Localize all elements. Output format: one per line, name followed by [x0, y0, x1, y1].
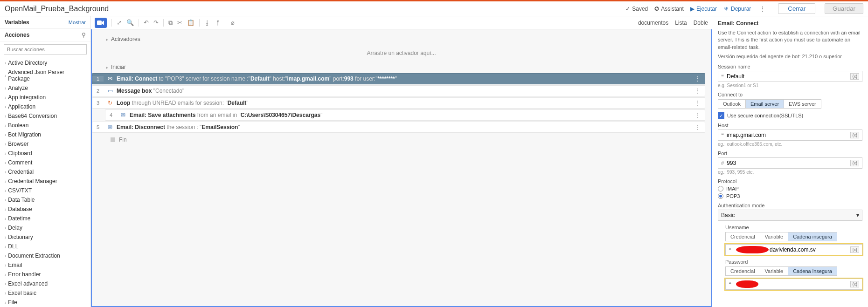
flow-step-row[interactable]: 4✉Email: Save attachments from an email …: [105, 109, 705, 121]
variable-picker-icon[interactable]: {x}: [850, 281, 859, 287]
host-input[interactable]: [727, 132, 850, 138]
action-category-item[interactable]: ›Clipboard: [3, 149, 88, 158]
bug-icon: ⛯: [723, 6, 729, 12]
step-text: Message box "Conectado": [117, 86, 691, 96]
debug-button[interactable]: ⛯ Depurar: [723, 6, 751, 12]
variable-picker-icon[interactable]: {x}: [850, 160, 859, 166]
assistant-button[interactable]: ✪ Assistant: [654, 6, 684, 12]
action-category-item[interactable]: ›Dictionary: [3, 232, 88, 242]
action-category-item[interactable]: ›Advanced Json Parser Package: [3, 68, 88, 83]
action-category-item[interactable]: ›Delay: [3, 223, 88, 232]
flow-step-row[interactable]: 1✉Email: Connect to "POP3" server for se…: [92, 73, 705, 84]
flow-step-row[interactable]: 5✉Email: Disconnect the session : "Email…: [92, 122, 705, 133]
action-category-item[interactable]: ›Analyze: [3, 83, 88, 93]
variable-picker-icon[interactable]: {x}: [850, 246, 859, 253]
chevron-right-icon: ▸: [106, 65, 108, 70]
number-icon: #: [721, 160, 724, 166]
chevron-right-icon: ›: [5, 170, 6, 175]
action-category-item[interactable]: ›File: [3, 298, 88, 307]
tab-option[interactable]: Credencial: [726, 267, 760, 275]
action-category-item[interactable]: ›Data Table: [3, 195, 88, 205]
tab-option[interactable]: Cadena insegura: [788, 232, 837, 241]
paste-icon[interactable]: 📋: [187, 19, 194, 26]
session-name-input[interactable]: [727, 73, 850, 80]
action-category-item[interactable]: ›Database: [3, 205, 88, 214]
search-icon[interactable]: 🔍: [126, 19, 134, 26]
center-panel: ⤢ 🔍 ↶ ↷ ⧉ ✂ 📋 ⭳ ⭱ ⌀ documentos Lista Dob…: [91, 16, 712, 307]
action-category-item[interactable]: ›DLL: [3, 242, 88, 251]
action-category-item[interactable]: ›Datetime: [3, 214, 88, 223]
tab-option[interactable]: Variable: [760, 267, 789, 275]
checkbox-checked-icon[interactable]: ✓: [718, 112, 724, 119]
ssl-checkbox-row[interactable]: ✓ Use secure connection(SSL/TLS): [718, 112, 862, 119]
action-category-item[interactable]: ›Credential Manager: [3, 177, 88, 186]
action-category-item[interactable]: ›Application: [3, 102, 88, 111]
radio-icon: [718, 186, 723, 191]
step-menu-icon[interactable]: ⋮: [691, 111, 705, 119]
action-category-item[interactable]: ›Excel basic: [3, 288, 88, 298]
action-category-item[interactable]: ›Active Directory: [3, 58, 88, 68]
save-button[interactable]: Guardar: [825, 3, 863, 14]
password-field[interactable]: ❝ {x}: [725, 279, 862, 290]
action-category-item[interactable]: ›Browser: [3, 139, 88, 149]
copy-icon[interactable]: ⧉: [168, 19, 173, 27]
username-field[interactable]: ❝ {x}: [725, 244, 862, 255]
protocol-radio-imap[interactable]: IMAP: [718, 186, 862, 191]
redo-icon[interactable]: ↷: [153, 19, 159, 26]
trigger-drop-zone[interactable]: Arrastre un activador aquí...: [92, 44, 711, 62]
step-icon: ✉: [106, 75, 114, 82]
flow-step-row[interactable]: 2▭Message box "Conectado"⋮: [92, 85, 705, 96]
start-section[interactable]: ▸ Iniciar: [92, 62, 711, 72]
host-field[interactable]: ❝ {x}: [718, 130, 862, 141]
action-category-item[interactable]: ›Error handler: [3, 270, 88, 279]
tab-option[interactable]: EWS server: [784, 100, 821, 108]
action-category-item[interactable]: ›Base64 Conversion: [3, 111, 88, 121]
actions-search-input[interactable]: [4, 44, 87, 55]
tab-option[interactable]: Cadena insegura: [788, 267, 837, 275]
step-menu-icon[interactable]: ⋮: [691, 75, 705, 82]
record-button[interactable]: [95, 18, 107, 28]
view-dual[interactable]: Doble: [694, 20, 708, 26]
port-input[interactable]: [727, 160, 850, 166]
more-menu[interactable]: ⋮: [757, 5, 768, 13]
variable-picker-icon[interactable]: {x}: [850, 132, 859, 138]
action-category-item[interactable]: ›App integration: [3, 93, 88, 102]
variables-show-link[interactable]: Mostrar: [69, 20, 86, 25]
upload-icon[interactable]: ⭱: [215, 19, 221, 26]
close-button[interactable]: Cerrar: [778, 3, 815, 14]
tab-option[interactable]: Credencial: [726, 232, 760, 241]
step-menu-icon[interactable]: ⋮: [691, 87, 705, 95]
port-label: Port: [718, 150, 862, 156]
step-menu-icon[interactable]: ⋮: [691, 123, 705, 131]
view-list[interactable]: Lista: [675, 20, 687, 26]
flow-step-row[interactable]: 3↻Loop through UNREAD emails for session…: [92, 97, 705, 109]
step-menu-icon[interactable]: ⋮: [691, 99, 705, 107]
protocol-radio-pop3[interactable]: POP3: [718, 193, 862, 199]
debug-label: Depurar: [731, 6, 751, 12]
action-category-item[interactable]: ›Bot Migration: [3, 130, 88, 139]
tab-option[interactable]: Variable: [760, 232, 789, 241]
triggers-section[interactable]: ▸ Activadores: [92, 34, 711, 44]
tab-option[interactable]: Email server: [746, 100, 784, 108]
undo-icon[interactable]: ↶: [144, 19, 149, 26]
action-category-item[interactable]: ›Comment: [3, 158, 88, 167]
tab-option[interactable]: Outlook: [718, 100, 746, 108]
variable-picker-icon[interactable]: {x}: [850, 73, 859, 80]
auth-mode-select[interactable]: Basic ▾: [718, 210, 862, 221]
view-documents[interactable]: documentos: [638, 20, 668, 26]
cut-icon[interactable]: ✂: [177, 19, 182, 26]
run-button[interactable]: ▶ Ejecutar: [690, 6, 717, 12]
chevron-right-icon: ›: [5, 281, 6, 287]
action-category-item[interactable]: ›Credential: [3, 167, 88, 177]
action-category-item[interactable]: ›CSV/TXT: [3, 186, 88, 195]
port-field[interactable]: # {x}: [718, 157, 862, 169]
arrow-expand-icon[interactable]: ⤢: [117, 19, 122, 26]
action-category-item[interactable]: ›Excel advanced: [3, 279, 88, 288]
pin-icon[interactable]: ⚲: [82, 32, 86, 38]
download-icon[interactable]: ⭳: [204, 19, 210, 26]
action-category-item[interactable]: ›Boolean: [3, 121, 88, 130]
action-category-item[interactable]: ›Email: [3, 260, 88, 270]
disable-icon[interactable]: ⌀: [231, 19, 235, 26]
session-name-field[interactable]: ❝ {x}: [718, 71, 862, 82]
action-category-item[interactable]: ›Document Extraction: [3, 251, 88, 260]
